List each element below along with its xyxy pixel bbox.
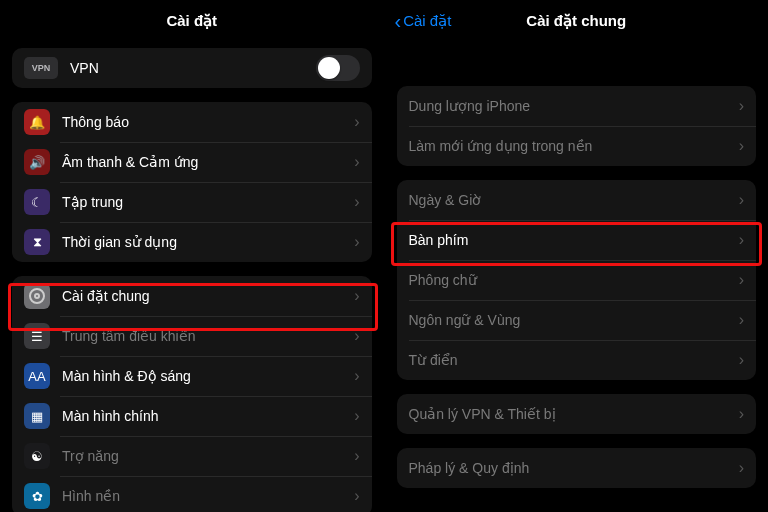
settings-row[interactable]: Dung lượng iPhone › xyxy=(397,86,757,126)
row-label: Cài đặt chung xyxy=(62,288,354,304)
chevron-right-icon: › xyxy=(739,191,744,209)
accessibility-icon: ☯ xyxy=(24,443,50,469)
row-label: Thời gian sử dụng xyxy=(62,234,354,250)
row-label: Phông chữ xyxy=(409,272,739,288)
chevron-right-icon: › xyxy=(354,287,359,305)
row-label: Màn hình chính xyxy=(62,408,354,424)
chevron-right-icon: › xyxy=(739,405,744,423)
chevron-right-icon: › xyxy=(739,351,744,369)
settings-row[interactable]: ⧗ Thời gian sử dụng › xyxy=(12,222,372,262)
chevron-right-icon: › xyxy=(354,233,359,251)
vpn-group: VPN VPN xyxy=(12,48,372,88)
settings-row[interactable]: Ngày & Giờ › xyxy=(397,180,757,220)
chevron-right-icon: › xyxy=(354,447,359,465)
settings-row[interactable]: ☰ Trung tâm điều khiển › xyxy=(12,316,372,356)
row-label: Màn hình & Độ sáng xyxy=(62,368,354,384)
chevron-right-icon: › xyxy=(739,459,744,477)
vpn-toggle[interactable] xyxy=(316,55,360,81)
row-label: Trung tâm điều khiển xyxy=(62,328,354,344)
settings-row[interactable]: AA Màn hình & Độ sáng › xyxy=(12,356,372,396)
gear-icon xyxy=(24,283,50,309)
hourglass-icon: ⧗ xyxy=(24,229,50,255)
settings-group: Pháp lý & Quy định › xyxy=(397,448,757,488)
titlebar-left: Cài đặt xyxy=(0,0,384,42)
back-label: Cài đặt xyxy=(403,12,451,30)
chevron-right-icon: › xyxy=(739,311,744,329)
settings-group: Dung lượng iPhone › Làm mới ứng dụng tro… xyxy=(397,86,757,166)
chevron-right-icon: › xyxy=(354,407,359,425)
group-notifications: 🔔 Thông báo › 🔊 Âm thanh & Cảm ứng › ☾ T… xyxy=(12,102,372,262)
settings-group: Ngày & Giờ › Bàn phím › Phông chữ › Ngôn… xyxy=(397,180,757,380)
row-label: Âm thanh & Cảm ứng xyxy=(62,154,354,170)
settings-row[interactable]: 🔔 Thông báo › xyxy=(12,102,372,142)
chevron-right-icon: › xyxy=(354,153,359,171)
row-label: Pháp lý & Quy định xyxy=(409,460,739,476)
chevron-right-icon: › xyxy=(739,137,744,155)
wallpaper-icon: ✿ xyxy=(24,483,50,509)
moon-icon: ☾ xyxy=(24,189,50,215)
row-label: Bàn phím xyxy=(409,232,739,248)
general-settings-pane: ‹ Cài đặt Cài đặt chung Dung lượng iPhon… xyxy=(385,0,769,512)
settings-row[interactable]: Ngôn ngữ & Vùng › xyxy=(397,300,757,340)
textsize-icon: AA xyxy=(24,363,50,389)
row-label: Trợ năng xyxy=(62,448,354,464)
chevron-left-icon: ‹ xyxy=(395,11,402,31)
row-vpn[interactable]: VPN VPN xyxy=(12,48,372,88)
chevron-right-icon: › xyxy=(354,193,359,211)
row-label: Hình nền xyxy=(62,488,354,504)
settings-row[interactable]: ▦ Màn hình chính › xyxy=(12,396,372,436)
titlebar-right: ‹ Cài đặt Cài đặt chung xyxy=(385,0,769,42)
vpn-label: VPN xyxy=(70,60,316,76)
grid-icon: ▦ xyxy=(24,403,50,429)
row-label: Tập trung xyxy=(62,194,354,210)
chevron-right-icon: › xyxy=(354,487,359,505)
settings-row[interactable]: Từ điển › xyxy=(397,340,757,380)
sliders-icon: ☰ xyxy=(24,323,50,349)
row-label: Làm mới ứng dụng trong nền xyxy=(409,138,739,154)
vpn-icon: VPN xyxy=(24,57,58,79)
settings-row[interactable]: ✿ Hình nền › xyxy=(12,476,372,512)
row-label: Từ điển xyxy=(409,352,739,368)
settings-root-pane: Cài đặt VPN VPN 🔔 Thông báo › 🔊 Âm thanh… xyxy=(0,0,385,512)
page-title: Cài đặt chung xyxy=(526,12,626,30)
settings-row[interactable]: ☯ Trợ năng › xyxy=(12,436,372,476)
row-label: Ngày & Giờ xyxy=(409,192,739,208)
settings-group: Quản lý VPN & Thiết bị › xyxy=(397,394,757,434)
row-label: Dung lượng iPhone xyxy=(409,98,739,114)
chevron-right-icon: › xyxy=(739,97,744,115)
sound-icon: 🔊 xyxy=(24,149,50,175)
chevron-right-icon: › xyxy=(354,327,359,345)
row-label: Quản lý VPN & Thiết bị xyxy=(409,406,739,422)
chevron-right-icon: › xyxy=(739,231,744,249)
chevron-right-icon: › xyxy=(739,271,744,289)
settings-row[interactable]: Bàn phím › xyxy=(397,220,757,260)
row-label: Thông báo xyxy=(62,114,354,130)
settings-row[interactable]: 🔊 Âm thanh & Cảm ứng › xyxy=(12,142,372,182)
back-button[interactable]: ‹ Cài đặt xyxy=(395,0,452,42)
group-general: Cài đặt chung › ☰ Trung tâm điều khiển ›… xyxy=(12,276,372,512)
settings-row[interactable]: Phông chữ › xyxy=(397,260,757,300)
settings-row[interactable]: Pháp lý & Quy định › xyxy=(397,448,757,488)
page-title: Cài đặt xyxy=(166,12,217,30)
settings-row[interactable]: Làm mới ứng dụng trong nền › xyxy=(397,126,757,166)
chevron-right-icon: › xyxy=(354,113,359,131)
row-label: Ngôn ngữ & Vùng xyxy=(409,312,739,328)
settings-row[interactable]: Quản lý VPN & Thiết bị › xyxy=(397,394,757,434)
settings-row[interactable]: Cài đặt chung › xyxy=(12,276,372,316)
chevron-right-icon: › xyxy=(354,367,359,385)
bell-icon: 🔔 xyxy=(24,109,50,135)
settings-row[interactable]: ☾ Tập trung › xyxy=(12,182,372,222)
